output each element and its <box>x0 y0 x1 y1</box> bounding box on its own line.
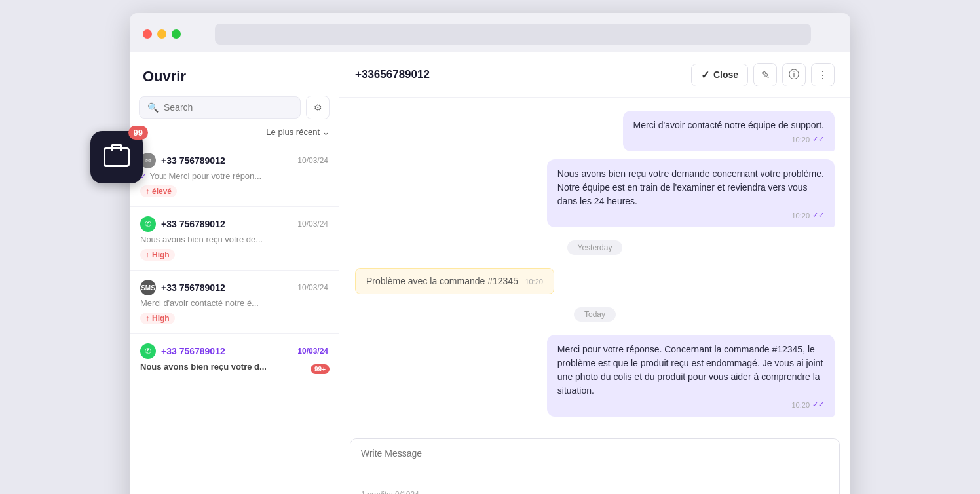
priority-label: High <box>152 250 170 259</box>
chat-input-area: 1 credits: 0/1024 📎 🙂 {} 🔗 <box>339 430 850 494</box>
conv-top: ✆ +33 756789012 10/03/24 <box>140 216 328 232</box>
conversation-list: ✉ +33 756789012 10/03/24 ✓ You: Merci po… <box>130 143 339 494</box>
notification-badge: 99 <box>130 126 148 140</box>
arrow-up-icon: ↑ <box>145 314 149 323</box>
whatsapp-channel-icon: ✆ <box>140 216 156 232</box>
browser-titlebar <box>130 13 850 52</box>
close-label: Close <box>713 69 738 80</box>
conv-phone: +33 756789012 <box>161 346 225 356</box>
message-text: Merci d'avoir contacté notre équipe de s… <box>633 119 824 132</box>
app-icon-container: 99 <box>130 131 143 183</box>
search-bar-row: 🔍 ⚙ <box>130 96 339 127</box>
conv-date: 10/03/24 <box>297 283 328 292</box>
priority-badge: ↑ High <box>140 249 175 261</box>
message-time: 10:20 <box>791 136 810 143</box>
search-input[interactable] <box>164 102 292 113</box>
message-bubble: Nous avons bien reçu votre demande conce… <box>547 159 835 227</box>
conv-date: 10/03/24 <box>297 347 328 356</box>
message-text: Merci pour votre réponse. Concernant la … <box>557 343 824 398</box>
minimize-traffic-light[interactable] <box>157 29 166 39</box>
chat-header: +33656789012 ✓ Close ✎ ⓘ ⋮ <box>339 52 850 98</box>
message-meta: 10:20 ✓✓ <box>557 211 824 219</box>
conv-name-row: SMS +33 756789012 <box>140 280 225 295</box>
address-bar[interactable] <box>215 24 811 45</box>
conv-preview: ✓ You: Merci pour votre répon... <box>140 171 328 181</box>
list-item[interactable]: ✆ +33 756789012 10/03/24 Nous avons bien… <box>130 334 339 385</box>
conv-name-row: ✆ +33 756789012 <box>140 216 225 232</box>
priority-badge: ↑ élevé <box>140 185 177 197</box>
sms-channel-icon: SMS <box>140 280 156 295</box>
priority-badge: ↑ High <box>140 313 175 324</box>
sort-row[interactable]: Le plus récent ⌄ <box>130 127 339 143</box>
arrow-up-icon: ↑ <box>145 187 149 196</box>
conv-preview: Nous avons bien reçu votre d... <box>140 362 328 371</box>
edit-button[interactable]: ✎ <box>753 63 777 86</box>
conv-top: SMS +33 756789012 10/03/24 <box>140 280 328 295</box>
priority-label: High <box>152 314 170 323</box>
conv-name-row: ✉ +33 756789012 <box>140 153 225 168</box>
sort-label: Le plus récent <box>266 127 320 137</box>
message-note-time: 10:20 <box>525 278 543 286</box>
maximize-traffic-light[interactable] <box>172 29 181 39</box>
conv-top: ✉ +33 756789012 10/03/24 <box>140 153 328 168</box>
chat-actions: ✓ Close ✎ ⓘ ⋮ <box>691 63 835 86</box>
conv-top: ✆ +33 756789012 10/03/24 <box>140 343 328 359</box>
message-bubble: Merci pour votre réponse. Concernant la … <box>547 335 835 417</box>
credits-row: 1 credits: 0/1024 <box>350 487 839 494</box>
list-item[interactable]: ✆ +33 756789012 10/03/24 Nous avons bien… <box>130 207 339 271</box>
chat-contact-number: +33656789012 <box>355 68 430 81</box>
message-input-box: 1 credits: 0/1024 <box>350 438 840 494</box>
message-meta: 10:20 ✓✓ <box>557 400 824 409</box>
conv-name-row: ✆ +33 756789012 <box>140 343 225 359</box>
conv-phone: +33 756789012 <box>161 282 225 293</box>
date-divider: Yesterday <box>355 240 835 255</box>
search-icon: 🔍 <box>147 102 159 113</box>
traffic-lights <box>143 29 181 39</box>
checkmark-icon: ✓ <box>701 69 709 81</box>
message-text: Nous avons bien reçu votre demande conce… <box>557 167 824 208</box>
chat-panel: +33656789012 ✓ Close ✎ ⓘ ⋮ <box>339 52 850 494</box>
close-traffic-light[interactable] <box>143 29 152 39</box>
close-button[interactable]: ✓ Close <box>691 64 748 86</box>
arrow-up-icon: ↑ <box>145 250 149 259</box>
date-divider: Today <box>355 307 835 322</box>
whatsapp-channel-icon: ✆ <box>140 343 156 359</box>
left-panel: Ouvrir 🔍 ⚙ Le plus récent ⌄ <box>130 52 339 494</box>
app-content: 99 Ouvrir 🔍 ⚙ Le plus récent ⌄ <box>130 52 850 494</box>
priority-label: élevé <box>152 187 172 196</box>
chevron-down-icon: ⌄ <box>322 127 330 137</box>
message-time: 10:20 <box>791 212 810 219</box>
date-label: Today <box>574 307 616 322</box>
conv-preview: Nous avons bien reçu votre de... <box>140 235 328 244</box>
search-input-wrap[interactable]: 🔍 <box>139 96 301 119</box>
read-receipt-icon: ✓✓ <box>812 400 824 409</box>
info-button[interactable]: ⓘ <box>782 63 806 86</box>
conv-phone: +33 756789012 <box>161 219 225 229</box>
conv-date: 10/03/24 <box>297 219 328 229</box>
more-options-button[interactable]: ⋮ <box>811 63 835 86</box>
conv-date: 10/03/24 <box>297 156 328 165</box>
list-item[interactable]: ✉ +33 756789012 10/03/24 ✓ You: Merci po… <box>130 143 339 207</box>
message-note-bubble: Problème avec la commande #12345 10:20 <box>355 268 554 294</box>
filter-icon: ⚙ <box>314 102 322 113</box>
edit-icon: ✎ <box>761 69 770 81</box>
message-textarea[interactable] <box>350 439 839 485</box>
credits-label: 1 credits: 0/1024 <box>361 490 419 494</box>
conv-preview: Merci d'avoir contacté notre é... <box>140 298 328 308</box>
conv-phone: +33 756789012 <box>161 155 225 166</box>
browser-window: 99 Ouvrir 🔍 ⚙ Le plus récent ⌄ <box>130 13 850 494</box>
panel-header: Ouvrir <box>130 52 339 96</box>
list-item[interactable]: SMS +33 756789012 10/03/24 Merci d'avoir… <box>130 271 339 334</box>
date-label: Yesterday <box>567 240 623 255</box>
read-receipt-icon: ✓✓ <box>812 211 824 219</box>
unread-badge: 99+ <box>311 364 330 374</box>
info-icon: ⓘ <box>789 68 799 82</box>
app-icon[interactable]: 99 <box>130 131 143 183</box>
filter-button[interactable]: ⚙ <box>306 96 330 119</box>
panel-title: Ouvrir <box>143 68 326 85</box>
message-bubble: Merci d'avoir contacté notre équipe de s… <box>623 111 835 151</box>
dots-icon: ⋮ <box>818 69 828 81</box>
message-meta: 10:20 ✓✓ <box>633 135 824 143</box>
chat-messages: Merci d'avoir contacté notre équipe de s… <box>339 98 850 430</box>
message-note-text: Problème avec la commande #12345 <box>366 276 518 286</box>
